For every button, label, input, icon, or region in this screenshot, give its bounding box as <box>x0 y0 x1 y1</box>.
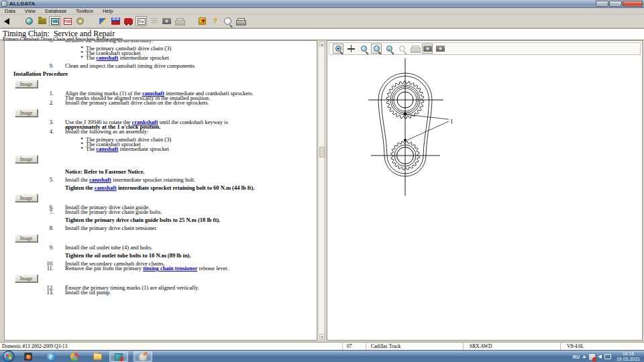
close-button[interactable] <box>623 1 643 7</box>
hyperlink[interactable]: camshaft <box>96 145 118 152</box>
full-text-button[interactable]: Fa <box>136 16 147 26</box>
printer-icon <box>236 18 245 25</box>
menu-view[interactable]: View <box>20 8 40 14</box>
new-car-button[interactable]: NEW <box>110 16 121 26</box>
image-button[interactable]: Image <box>15 155 38 163</box>
taskbar: RU 16:16 19.03.2021 e <box>0 350 644 362</box>
notes-pencil-button[interactable] <box>97 16 109 26</box>
taskbar-paint-app[interactable] <box>133 351 152 362</box>
image-button[interactable]: Image <box>15 80 38 88</box>
procedure-heading: Installation Procedure <box>5 72 317 76</box>
hyperlink[interactable]: camshaft <box>89 176 111 183</box>
global-search-button[interactable] <box>222 16 233 26</box>
bullet-marker: * <box>80 147 83 152</box>
text-segment: Tighten the <box>65 184 95 191</box>
bullet-marker: * <box>80 56 83 60</box>
camera-button[interactable] <box>161 16 172 26</box>
printer-disabled-button[interactable] <box>174 16 185 26</box>
text-segment: The <box>86 54 96 61</box>
printer-disabled-icon <box>175 18 184 25</box>
pan-button[interactable] <box>345 44 356 54</box>
document-body: 8.Remove the following as an assembly:*T… <box>5 40 317 295</box>
zoom-fit-button[interactable] <box>371 44 382 54</box>
media-player-icon <box>24 353 32 361</box>
procedure-tighten: Tighten the oil outlet tube bolts to 10 … <box>5 253 317 258</box>
image-button[interactable]: Image <box>15 109 38 117</box>
volume-icon[interactable] <box>598 355 602 359</box>
print-image-icon <box>411 46 419 52</box>
step-number: 9. <box>32 64 54 68</box>
text-segment: Remove the following as an assembly: <box>65 40 154 44</box>
image-button[interactable]: Image <box>15 194 38 202</box>
menu-toolbox[interactable]: Toolbox <box>71 8 98 14</box>
minimize-button[interactable] <box>596 1 608 7</box>
disc-button[interactable] <box>74 16 86 26</box>
taskbar-chrome[interactable] <box>65 351 84 362</box>
procedure-step: 3.Use the J 39946 to rotate the cranksha… <box>5 120 317 125</box>
outline-button[interactable] <box>148 16 160 26</box>
key-help-icon: ? <box>213 17 217 25</box>
timing-mark-top <box>404 113 407 116</box>
taskbar-internet-explorer[interactable]: e <box>42 351 60 362</box>
folder-button[interactable] <box>36 16 48 26</box>
print-image-button[interactable] <box>409 44 420 54</box>
car-button[interactable] <box>123 16 134 26</box>
zoom-out-button[interactable]: - <box>384 44 394 54</box>
zoom-dynamic-button[interactable] <box>358 44 369 54</box>
save-image-button[interactable] <box>435 44 445 54</box>
export-button[interactable] <box>197 16 208 26</box>
procedure-step: 8.Remove the following as an assembly: <box>5 40 317 43</box>
taskbar-alldata-app[interactable] <box>109 351 128 362</box>
zoom-in-button[interactable]: + <box>333 44 343 54</box>
procedure-step: 9.Install the oil outlet tube (4) and bo… <box>5 245 317 250</box>
scroll-down-arrow[interactable]: ▼ <box>319 334 325 340</box>
printer-button[interactable] <box>235 16 246 26</box>
zoom-window-button[interactable] <box>396 44 407 54</box>
copy-image-button[interactable] <box>422 44 433 54</box>
key-help-button[interactable]: ? <box>209 16 221 26</box>
menu-help[interactable]: Help <box>98 8 117 14</box>
step-number: 11. <box>32 266 54 271</box>
outline-icon <box>151 18 158 24</box>
copy-image-icon <box>423 46 432 52</box>
status-field-4: V8-4.6L <box>567 343 584 349</box>
taskbar-windows-explorer[interactable] <box>88 351 107 362</box>
procedure-tighten: Tighten the primary drive chain guide bo… <box>5 218 317 223</box>
text-segment: Refer to Fastener Notice. <box>83 168 144 175</box>
notes-pencil-icon <box>99 18 107 25</box>
hyperlink[interactable]: camshaft <box>96 54 118 61</box>
sign: - <box>387 46 392 52</box>
screen: ALLDATA DataViewDatabaseToolboxHelp TSBN… <box>0 0 644 362</box>
menu-database[interactable]: Database <box>40 8 71 14</box>
text-segment: Installation Procedure <box>13 70 68 77</box>
procedure-pane[interactable]: 8.Remove the following as an assembly:*T… <box>4 40 317 341</box>
hyperlink[interactable]: timing chain tensioner <box>143 265 197 272</box>
image-button[interactable]: Image <box>15 274 38 282</box>
global-search-icon <box>224 17 231 25</box>
network-icon[interactable] <box>604 354 611 359</box>
back-button[interactable] <box>1 16 12 26</box>
hyperlink[interactable]: camshaft <box>95 184 117 191</box>
maximize-button[interactable] <box>609 1 622 7</box>
tsb-button[interactable]: TSB <box>62 16 73 26</box>
history-globe-button[interactable] <box>23 16 35 26</box>
language-indicator[interactable]: RU <box>573 355 580 359</box>
image-button[interactable]: Image <box>15 234 38 242</box>
tray-expand-icon[interactable] <box>582 355 586 358</box>
procedure-step: 13.Install the oil pump. <box>5 290 317 295</box>
tray-time: 16:16 <box>616 351 640 357</box>
menu-data[interactable]: Data <box>0 8 20 14</box>
clock[interactable]: 16:16 19.03.2021 <box>616 351 640 362</box>
start-button[interactable] <box>3 351 15 362</box>
taskbar-media-player[interactable] <box>19 351 38 362</box>
step-number: 13. <box>32 290 54 295</box>
scroll-up-arrow[interactable]: ▲ <box>319 41 325 47</box>
step-number: 5. <box>32 178 54 182</box>
status-bar: Domestic #13 2002-2009 Q3-1307Cadillac T… <box>0 342 644 350</box>
action-center-icon[interactable] <box>589 354 595 360</box>
document-scrollbar[interactable]: ▲ ▼ <box>318 40 325 341</box>
monitor-button[interactable] <box>49 16 60 26</box>
main-toolbar: TSBNEWFa? <box>0 15 644 28</box>
procedure-step: 7.Install the primary drive chain guide … <box>5 210 317 215</box>
scroll-thumb[interactable] <box>319 147 325 158</box>
